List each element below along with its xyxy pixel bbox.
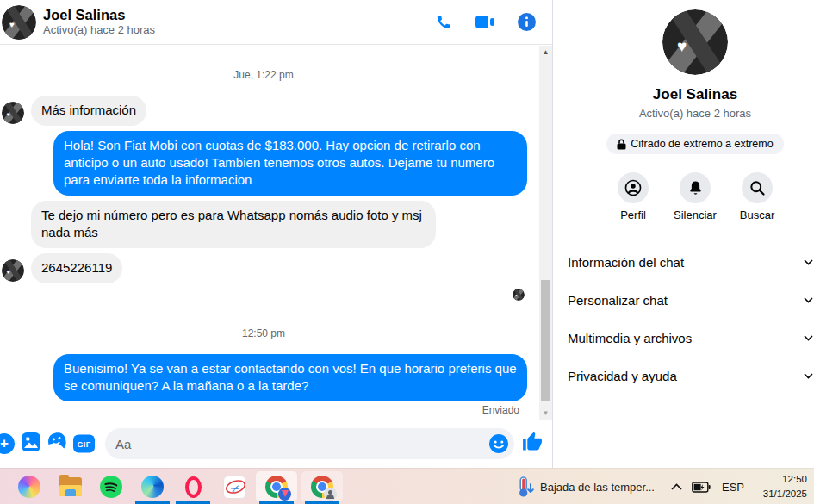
conversation-details-panel: Joel Salinas Activo(a) hace 2 horas Cifr…	[552, 0, 814, 468]
taskbar: ✂ Bajada de las temper...	[0, 468, 814, 504]
phone-icon[interactable]	[433, 12, 454, 33]
svg-text:✂: ✂	[228, 481, 242, 496]
sent-status: Enviado	[0, 404, 519, 416]
tray-chevron-up-icon[interactable]	[665, 483, 687, 490]
chevron-down-icon	[804, 373, 813, 379]
profile-button[interactable]: Perfil	[602, 172, 664, 221]
chat-header: Joel Salinas Activo(a) hace 2 horas	[0, 0, 552, 45]
outgoing-message[interactable]: Buenisimo! Ya se van a estar contactando…	[53, 354, 527, 401]
section-customize-chat[interactable]: Personalizar chat	[553, 281, 814, 319]
search-button[interactable]: Buscar	[726, 172, 788, 221]
contact-avatar[interactable]	[2, 5, 36, 40]
scroll-down-arrow[interactable]: ▼	[539, 407, 552, 420]
incoming-message[interactable]: 2645226119	[31, 253, 122, 283]
scroll-up-arrow[interactable]: ▲	[539, 46, 552, 59]
image-icon[interactable]	[21, 432, 41, 456]
encryption-pill[interactable]: Cifrado de extremo a extremo	[606, 134, 783, 154]
copilot-icon[interactable]	[9, 471, 50, 502]
chevron-down-icon	[804, 335, 813, 341]
chat-panel: Joel Salinas Activo(a) hace 2 horas Jue,…	[0, 0, 552, 468]
message-input[interactable]	[105, 437, 514, 451]
time-separator: 12:50 pm	[0, 327, 527, 339]
incoming-message[interactable]: Más información	[31, 96, 146, 126]
lock-icon	[617, 139, 626, 150]
message-row: Más información	[0, 96, 527, 126]
composer: + GIF	[0, 420, 552, 468]
incoming-message[interactable]: Te dejo mi número pero es para Whatsapp …	[31, 201, 436, 248]
file-explorer-icon[interactable]	[50, 471, 91, 502]
date-separator: Jue, 1:22 pm	[0, 69, 527, 81]
message-row: Buenisimo! Ya se van a estar contactando…	[0, 354, 527, 401]
weather-widget[interactable]: Bajada de las temper...	[514, 469, 655, 504]
battery-charging-icon[interactable]	[687, 482, 715, 493]
system-tray: ESP 12:50 31/1/2025	[665, 469, 810, 504]
profile-icon	[618, 172, 649, 203]
detail-sections: Información del chat Personalizar chat M…	[553, 243, 814, 395]
running-indicator	[176, 501, 210, 504]
profile-name: Joel Salinas	[653, 86, 737, 103]
message-list: Jue, 1:22 pm Más información Hola! Son F…	[0, 46, 539, 420]
chrome-window-icon[interactable]	[256, 471, 297, 502]
profile-badge-icon	[324, 488, 337, 501]
quick-actions: Perfil Silenciar Buscar	[602, 172, 788, 221]
scrollbar-thumb[interactable]	[541, 280, 550, 401]
video-call-icon[interactable]	[475, 12, 495, 33]
message-row: Hola! Son Fiat Mobi con cuotas de $183.0…	[0, 131, 527, 196]
seen-indicator	[0, 289, 525, 301]
chevron-down-icon	[804, 259, 813, 265]
contact-status: Activo(a) hace 2 horas	[43, 24, 155, 37]
sticker-icon[interactable]	[47, 432, 67, 456]
thermometer-icon	[514, 476, 534, 498]
section-media-files[interactable]: Multimedia y archivos	[553, 319, 814, 357]
profile-avatar[interactable]	[662, 9, 728, 75]
seen-avatar-icon	[513, 289, 525, 301]
messenger-window: Joel Salinas Activo(a) hace 2 horas Jue,…	[0, 0, 814, 504]
outgoing-message[interactable]: Hola! Son Fiat Mobi con cuotas de $183.0…	[53, 131, 527, 196]
tray-time: 12:50	[751, 472, 807, 487]
info-icon[interactable]	[516, 12, 537, 33]
profile-status: Activo(a) hace 2 horas	[639, 107, 751, 120]
clock[interactable]: 12:50 31/1/2025	[751, 472, 810, 501]
opera-icon[interactable]	[172, 471, 214, 502]
search-icon	[742, 172, 773, 203]
chevron-down-icon	[804, 297, 813, 303]
message-input-pill	[105, 428, 514, 459]
spotify-icon[interactable]	[90, 471, 132, 502]
text-caret	[115, 436, 115, 451]
thumbs-up-icon[interactable]	[521, 432, 543, 457]
running-indicator	[135, 501, 170, 504]
plus-icon[interactable]: +	[0, 433, 15, 454]
emoji-icon[interactable]	[488, 433, 509, 454]
snipping-tool-icon[interactable]: ✂	[214, 471, 255, 502]
section-privacy-help[interactable]: Privacidad y ayuda	[553, 357, 814, 395]
language-indicator[interactable]: ESP	[715, 481, 751, 494]
contact-name[interactable]: Joel Salinas	[43, 7, 155, 23]
message-row: Te dejo mi número pero es para Whatsapp …	[0, 201, 527, 248]
running-indicator	[259, 501, 294, 504]
chrome-profile-icon[interactable]	[301, 471, 343, 502]
site-badge-icon	[278, 488, 291, 501]
tray-date: 31/1/2025	[751, 487, 807, 501]
section-chat-info[interactable]: Información del chat	[553, 243, 814, 281]
gif-icon[interactable]: GIF	[73, 435, 95, 453]
running-indicator	[305, 501, 339, 504]
mute-button[interactable]: Silenciar	[664, 172, 726, 221]
contact-avatar[interactable]	[2, 259, 24, 282]
contact-avatar[interactable]	[2, 102, 24, 124]
message-row: 2645226119	[0, 253, 527, 283]
chat-scrollbar[interactable]: ▲ ▼	[539, 46, 552, 420]
bell-icon	[680, 172, 711, 203]
edge-icon[interactable]	[132, 471, 173, 502]
